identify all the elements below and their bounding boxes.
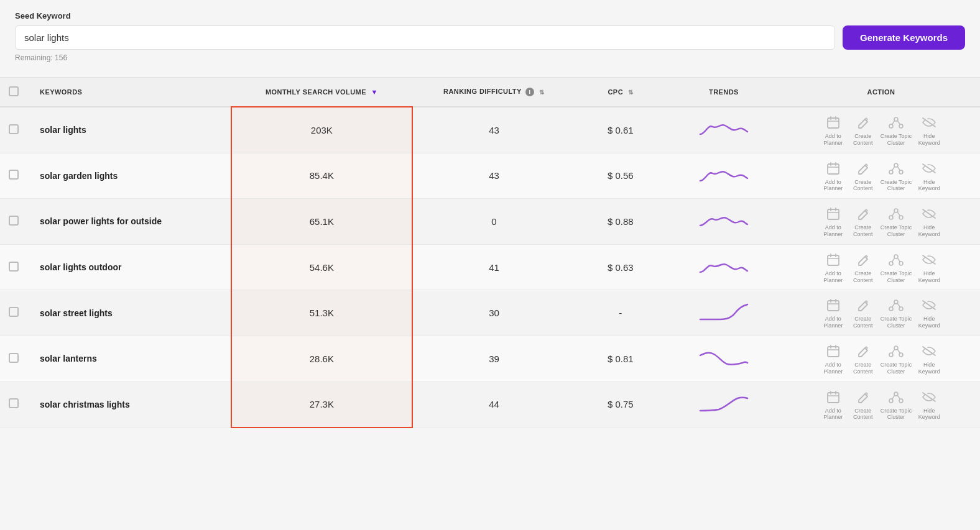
add-to-planner-label: Add toPlanner xyxy=(823,224,843,238)
svg-rect-27 xyxy=(828,255,839,265)
header-keywords: KEYWORDS xyxy=(27,78,231,107)
create-content-action[interactable]: CreateContent xyxy=(851,205,876,238)
row-checkbox[interactable] xyxy=(9,262,19,272)
seed-keyword-input[interactable] xyxy=(15,25,835,50)
header-cpc[interactable]: CPC ⇅ xyxy=(575,78,665,107)
hide-keyword-label: HideKeyword xyxy=(918,179,940,193)
create-topic-cluster-action[interactable]: Create TopicCluster xyxy=(881,388,912,421)
create-content-action[interactable]: CreateContent xyxy=(851,114,876,147)
svg-rect-0 xyxy=(828,118,839,128)
hide-keyword-label: HideKeyword xyxy=(918,408,940,421)
add-to-planner-action[interactable]: Add toPlanner xyxy=(821,251,846,284)
header-trends: TRENDS xyxy=(665,78,782,107)
add-to-planner-action[interactable]: Add toPlanner xyxy=(821,114,846,147)
svg-rect-9 xyxy=(828,164,839,174)
cluster-icon xyxy=(889,253,904,267)
msv-sort-arrow: ▼ xyxy=(371,88,377,96)
svg-point-31 xyxy=(894,255,898,258)
svg-line-34 xyxy=(892,258,894,262)
top-section: Seed Keyword Generate Keywords Remaining… xyxy=(0,0,980,78)
rd-cell: 44 xyxy=(412,382,576,427)
row-checkbox-cell xyxy=(0,244,27,290)
hide-keyword-action[interactable]: HideKeyword xyxy=(917,160,941,193)
trend-cell xyxy=(665,199,782,245)
table-row: solar lanterns 28.6K 39 $ 0.81 xyxy=(0,336,980,382)
rd-cell: 41 xyxy=(412,244,576,290)
row-checkbox[interactable] xyxy=(9,353,19,363)
create-topic-cluster-action[interactable]: Create TopicCluster xyxy=(881,205,912,238)
trend-cell xyxy=(665,244,782,290)
create-topic-cluster-action[interactable]: Create TopicCluster xyxy=(881,342,912,375)
add-to-planner-action[interactable]: Add toPlanner xyxy=(821,296,846,329)
trend-cell xyxy=(665,107,782,153)
svg-point-60 xyxy=(899,399,903,403)
row-checkbox[interactable] xyxy=(9,216,19,226)
hide-keyword-action[interactable]: HideKeyword xyxy=(917,251,941,284)
hide-keyword-action[interactable]: HideKeyword xyxy=(917,114,941,147)
keywords-table: KEYWORDS MONTHLY SEARCH VOLUME ▼ RANKING… xyxy=(0,78,980,428)
create-topic-cluster-action[interactable]: Create TopicCluster xyxy=(881,251,912,284)
edit-icon xyxy=(856,298,870,312)
row-checkbox[interactable] xyxy=(9,398,19,408)
svg-line-7 xyxy=(892,121,894,125)
hide-icon xyxy=(922,299,936,311)
svg-line-53 xyxy=(897,349,900,353)
cpc-cell: $ 0.61 xyxy=(575,107,665,153)
svg-line-25 xyxy=(892,212,894,216)
cluster-icon xyxy=(889,344,904,358)
cluster-icon xyxy=(889,207,904,221)
trend-chart xyxy=(699,392,749,414)
hide-keyword-action[interactable]: HideKeyword xyxy=(917,388,941,421)
hide-keyword-action[interactable]: HideKeyword xyxy=(917,205,941,238)
calendar-icon xyxy=(826,162,840,175)
cpc-cell: $ 0.75 xyxy=(575,382,665,427)
create-content-action[interactable]: CreateContent xyxy=(851,251,876,284)
create-topic-cluster-action[interactable]: Create TopicCluster xyxy=(881,160,912,193)
header-rd[interactable]: RANKING DIFFICULTY i ⇅ xyxy=(412,78,576,107)
keyword-cell: solar christmas lights xyxy=(27,382,231,427)
create-topic-cluster-action[interactable]: Create TopicCluster xyxy=(881,114,912,147)
action-cell: Add toPlanner CreateContent xyxy=(782,244,980,290)
rd-cell: 0 xyxy=(412,199,576,245)
add-to-planner-label: Add toPlanner xyxy=(823,408,843,421)
create-topic-cluster-action[interactable]: Create TopicCluster xyxy=(881,296,912,329)
add-to-planner-action[interactable]: Add toPlanner xyxy=(821,342,846,375)
action-cell: Add toPlanner CreateContent xyxy=(782,382,980,427)
add-to-planner-action[interactable]: Add toPlanner xyxy=(821,388,846,421)
action-cell: Add toPlanner CreateContent xyxy=(782,336,980,382)
svg-point-6 xyxy=(899,124,903,128)
generate-keywords-button[interactable]: Generate Keywords xyxy=(843,25,965,50)
select-all-checkbox[interactable] xyxy=(9,86,19,96)
svg-line-17 xyxy=(897,167,900,170)
row-checkbox-cell xyxy=(0,336,27,382)
rd-cell: 30 xyxy=(412,290,576,336)
add-to-planner-action[interactable]: Add toPlanner xyxy=(821,205,846,238)
keyword-cell: solar street lights xyxy=(27,290,231,336)
svg-line-44 xyxy=(897,304,900,308)
create-content-action[interactable]: CreateContent xyxy=(851,296,876,329)
hide-keyword-action[interactable]: HideKeyword xyxy=(917,296,941,329)
row-checkbox[interactable] xyxy=(9,124,19,134)
keyword-cell: solar lights outdoor xyxy=(27,244,231,290)
rd-cell: 39 xyxy=(412,336,576,382)
create-content-label: CreateContent xyxy=(853,408,873,421)
seed-keyword-label: Seed Keyword xyxy=(15,11,965,21)
calendar-icon xyxy=(826,298,840,312)
create-content-action[interactable]: CreateContent xyxy=(851,160,876,193)
create-content-action[interactable]: CreateContent xyxy=(851,342,876,375)
table-row: solar christmas lights 27.3K 44 $ 0.75 xyxy=(0,382,980,427)
cpc-cell: $ 0.63 xyxy=(575,244,665,290)
cpc-cell: $ 0.56 xyxy=(575,153,665,199)
hide-icon xyxy=(922,163,936,174)
calendar-icon xyxy=(826,390,840,404)
hide-keyword-label: HideKeyword xyxy=(918,224,940,238)
keyword-cell: solar power lights for outside xyxy=(27,199,231,245)
header-msv[interactable]: MONTHLY SEARCH VOLUME ▼ xyxy=(231,78,412,107)
add-to-planner-action[interactable]: Add toPlanner xyxy=(821,160,846,193)
create-content-action[interactable]: CreateContent xyxy=(851,388,876,421)
hide-keyword-action[interactable]: HideKeyword xyxy=(917,342,941,375)
action-cell: Add toPlanner CreateContent xyxy=(782,290,980,336)
row-checkbox[interactable] xyxy=(9,307,19,317)
msv-cell: 54.6K xyxy=(231,244,412,290)
row-checkbox[interactable] xyxy=(9,170,19,180)
